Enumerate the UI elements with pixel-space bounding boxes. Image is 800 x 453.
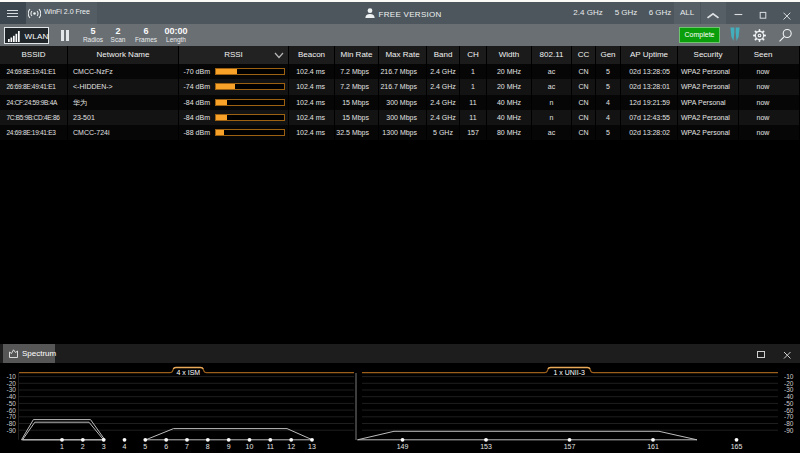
svg-text:9: 9	[227, 443, 231, 450]
svg-text:13: 13	[308, 443, 316, 450]
svg-text:11: 11	[267, 443, 274, 450]
svg-text:7: 7	[185, 443, 189, 450]
svg-text:153: 153	[480, 443, 492, 450]
svg-text:4 x ISM: 4 x ISM	[176, 369, 200, 376]
svg-text:8: 8	[206, 443, 210, 450]
svg-text:2: 2	[81, 443, 85, 450]
svg-text:3: 3	[102, 443, 106, 450]
svg-text:6: 6	[164, 443, 168, 450]
svg-text:1 x UNII-3: 1 x UNII-3	[553, 369, 585, 376]
svg-text:165: 165	[731, 443, 743, 450]
svg-text:149: 149	[397, 443, 409, 450]
svg-text:161: 161	[647, 443, 659, 450]
svg-text:4: 4	[123, 443, 127, 450]
svg-text:157: 157	[564, 443, 576, 450]
svg-text:1: 1	[60, 443, 64, 450]
svg-text:5: 5	[143, 443, 147, 450]
svg-text:12: 12	[287, 443, 295, 450]
svg-text:-90: -90	[7, 427, 17, 434]
svg-text:10: 10	[246, 443, 254, 450]
svg-text:-90: -90	[784, 427, 794, 434]
